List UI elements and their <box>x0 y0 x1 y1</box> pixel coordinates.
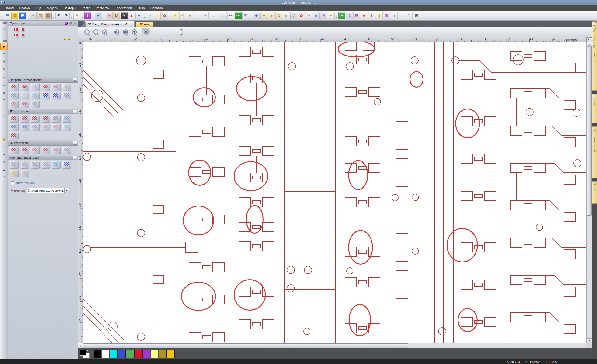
area-clear-toolpath-icon[interactable] <box>21 115 29 122</box>
toolpath-info-icon[interactable] <box>21 84 29 91</box>
inlay-wizard-icon[interactable] <box>10 132 18 139</box>
toolbar-group-grip[interactable] <box>81 13 83 19</box>
palette-swatch-8[interactable] <box>159 350 166 358</box>
menu-Справка[interactable]: Справка <box>148 5 165 11</box>
panel-close-icon[interactable]: ✕ <box>74 22 76 25</box>
arc-fade-icon[interactable]: ⌒ <box>398 12 405 19</box>
profile-toolpath-icon[interactable] <box>10 115 18 122</box>
palette-swatch-6[interactable] <box>142 350 150 358</box>
redo-icon[interactable]: ↷ <box>63 12 70 19</box>
pan-view-tool[interactable]: ⊕ <box>0 32 8 40</box>
relief-smooth-icon[interactable]: ◆ <box>313 12 320 19</box>
rectangle-tool[interactable]: □ <box>0 97 8 104</box>
collapse-section-icon[interactable]: ▲ <box>73 110 77 113</box>
annotation-ellipse[interactable] <box>246 206 263 233</box>
model-open-bear-icon[interactable]: М <box>113 12 120 19</box>
relief-vase-icon[interactable]: ◎ <box>346 12 353 19</box>
relief-swirl-icon[interactable]: ✿ <box>275 12 283 19</box>
node-point-icon[interactable]: ๏ <box>187 12 194 19</box>
profile-node-icon[interactable]: ʃ <box>368 12 375 19</box>
annotation-ellipse[interactable] <box>410 72 423 87</box>
new-file-icon[interactable]: ▤ <box>4 12 11 19</box>
horizontal-scroll-thumb[interactable] <box>83 343 408 348</box>
tool-database-icon[interactable] <box>10 92 18 99</box>
node-edit-tool[interactable]: ⇡ <box>0 50 8 58</box>
drill-toolpath-icon[interactable] <box>63 115 71 122</box>
zoom-in-button[interactable]: + <box>83 28 91 36</box>
light-cone-icon[interactable]: ▲ <box>128 12 135 19</box>
palette-swatch-9[interactable] <box>167 350 175 358</box>
tab-2d-view[interactable]: 2D Вид - Растровый слой × <box>84 21 134 27</box>
smudge-tool[interactable]: ☁ <box>0 81 8 89</box>
zoom-slider-thumb[interactable] <box>180 29 183 34</box>
polygon-tool[interactable]: ⌂ <box>0 112 8 120</box>
relief-flower-icon[interactable]: ✿ <box>298 12 305 19</box>
right-tab-проект[interactable]: Проект <box>592 181 597 204</box>
toolpath-save-as-icon[interactable] <box>52 92 60 99</box>
feature-machine-icon[interactable] <box>21 147 29 154</box>
simulate-all-icon[interactable] <box>31 161 39 168</box>
scroll-down-icon[interactable]: ▼ <box>587 338 592 343</box>
palette-swatch-2[interactable] <box>110 350 118 358</box>
font-table-icon[interactable]: ABC <box>235 12 242 19</box>
clone-tool[interactable]: ◆ <box>0 89 8 97</box>
model-dark-bear-icon[interactable]: М <box>121 12 127 19</box>
copy-icon[interactable]: ▥ <box>37 12 44 19</box>
scroll-flick-icon[interactable]: ▶ <box>78 343 83 348</box>
rotary-axis-icon[interactable] <box>63 92 71 99</box>
toolbar-group-grip[interactable] <box>250 13 252 19</box>
annotation-ellipse[interactable] <box>236 77 267 101</box>
simulate-quick-icon[interactable] <box>21 161 29 168</box>
arc-tool[interactable]: ⌒ <box>0 120 8 127</box>
relief-turn-icon[interactable]: ↺ <box>290 12 297 19</box>
right-tab-инструментарий[interactable]: Инструментарий <box>592 127 597 178</box>
relief-cage-icon[interactable]: Ψ <box>305 12 312 19</box>
toolpath-inspect-icon[interactable] <box>63 147 71 154</box>
load-simulation-icon[interactable] <box>10 170 18 177</box>
paint-palette-icon[interactable]: ✿ <box>161 12 168 19</box>
nesting-icon[interactable]: Nes <box>227 12 234 19</box>
menu-Векторы[interactable]: Векторы <box>61 5 79 11</box>
pencil-tool[interactable]: ✎ <box>0 158 8 166</box>
trim-vectors-icon[interactable]: ✂ <box>202 12 209 19</box>
zoom-one-to-one-button[interactable]: 1:1 <box>112 28 121 36</box>
frame-copy-icon[interactable]: ▣ <box>383 12 390 19</box>
toolbar-group-grip[interactable] <box>169 13 171 19</box>
engrave-toolpath-icon[interactable] <box>52 115 60 122</box>
zoom-slider[interactable] <box>153 28 183 36</box>
relief-weave-icon[interactable]: ▦ <box>353 12 360 19</box>
annotation-ellipse[interactable] <box>349 304 370 336</box>
circle-tool[interactable]: ○ <box>0 104 8 112</box>
texture-star-icon[interactable]: ★ <box>361 12 368 19</box>
toolpath-transform-icon[interactable] <box>31 101 39 108</box>
toolbar-group-grip[interactable] <box>92 13 94 19</box>
arc-segment-icon[interactable]: ⌒ <box>194 12 201 19</box>
ruler-options-button[interactable]: ▼▲ <box>586 37 592 42</box>
polyline-icon[interactable]: ≈ <box>154 12 161 19</box>
material-delete-icon[interactable] <box>31 92 39 99</box>
scroll-up-icon[interactable]: ▲ <box>587 42 592 47</box>
dropper-tool[interactable]: ♦ <box>0 143 8 150</box>
zoom-extents-button[interactable]: ✚ <box>130 28 139 36</box>
offset-frame-icon[interactable]: ⊞ <box>413 12 420 19</box>
notes-icon[interactable]: ✎ <box>73 12 80 19</box>
tab-3d-view[interactable]: 3D вид <box>136 22 154 27</box>
fillet-icon[interactable]: ⌂ <box>220 12 227 19</box>
zoom-fit-button[interactable]: ▣ <box>121 28 130 36</box>
menu-Модель[interactable]: Модель <box>44 5 61 11</box>
simulation-notes-icon[interactable] <box>21 170 29 177</box>
toolpath-batch-calc-icon[interactable] <box>52 84 60 91</box>
zoom-objects-button[interactable]: ▩ <box>142 28 150 36</box>
menu-Вид[interactable]: Вид <box>33 5 44 11</box>
primary-color-chip[interactable] <box>80 350 86 356</box>
reference-book-icon[interactable]: ▮ <box>84 12 91 19</box>
annotation-ellipse[interactable] <box>181 282 215 310</box>
toolpath-points-icon[interactable] <box>21 101 29 108</box>
inlay-toolpath-icon[interactable] <box>10 124 18 131</box>
zoom-slider-track[interactable] <box>153 32 181 32</box>
toolbar-group-grip[interactable] <box>336 13 338 19</box>
palette-swatch-3[interactable] <box>118 350 126 358</box>
delete-simulation-icon[interactable] <box>52 161 60 168</box>
material-dropdown[interactable]: Значен. имитац. по умолч. ▼ <box>27 188 69 193</box>
relief-tree-icon[interactable]: ♣ <box>260 12 267 19</box>
